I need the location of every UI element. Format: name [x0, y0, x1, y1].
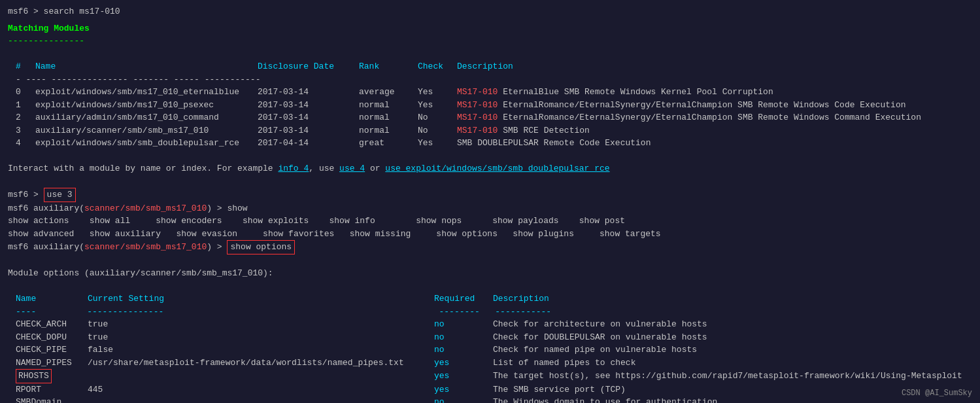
search-command-line: msf6 > search ms17-010 [8, 5, 972, 18]
terminal: msf6 > search ms17-010 Matching Modules … [8, 5, 972, 403]
table-row: 3auxiliary/scanner/smb/smb_ms17_0102017-… [8, 124, 972, 137]
option-row-check-arch: CHECK_ARCHtruenoCheck for architecture o… [8, 318, 972, 331]
table-row: 2auxiliary/admin/smb/ms17_010_command201… [8, 111, 972, 124]
use3-line: msf6 > use 3 [8, 188, 972, 202]
prompt-msf: msf6 > search ms17-010 [8, 7, 120, 16]
section-title: Matching Modules [8, 24, 90, 33]
options-table-underline: ---- --------------- -------- ----------… [8, 306, 972, 319]
option-row-rport: RPORT445yesThe SMB service port (TCP) [8, 383, 972, 396]
watermark: CSDN @AI_SumSky [902, 387, 972, 399]
option-row-smbdomain: SMBDomain.noThe Windows domain to use fo… [8, 396, 972, 403]
col-rank-header: Rank [359, 60, 418, 73]
show-commands-1: show actions show all show encoders show… [8, 215, 972, 228]
col-desc-header: Description [457, 61, 513, 71]
show-options-line: msf6 auxiliary(scanner/smb/smb_ms17_010)… [8, 240, 972, 254]
table-row: 0exploit/windows/smb/ms17_010_eternalblu… [8, 86, 972, 99]
options-table-header: NameCurrent SettingRequiredDescription [8, 292, 972, 306]
table-row: 4exploit/windows/smb/smb_doublepulsar_rc… [8, 137, 972, 150]
section-underline: --------------- [8, 35, 972, 48]
show-options-box: show options [227, 240, 295, 254]
aux-show-line: msf6 auxiliary(scanner/smb/smb_ms17_010)… [8, 202, 972, 215]
col-disclosure-header: Disclosure Date [258, 60, 359, 73]
show-commands-2: show advanced show auxiliary show evasio… [8, 228, 972, 241]
col-check-header: Check [418, 60, 457, 73]
option-row-named-pipes: NAMED_PIPES/usr/share/metasploit-framewo… [8, 357, 972, 370]
table-header-underline: - ---- --------------- ------- ----- ---… [8, 73, 972, 86]
table-row: 1exploit/windows/smb/ms17_010_psexec2017… [8, 99, 972, 112]
option-row-rhosts: RHOSTS yesThe target host(s), see https:… [8, 369, 972, 383]
interact-info-line: Interact with a module by name or index.… [8, 162, 972, 175]
rhosts-box: RHOSTS [16, 369, 52, 383]
col-num-header: # [16, 60, 35, 73]
col-name-header: Name [35, 60, 258, 73]
option-row-check-dopu: CHECK_DOPUtruenoCheck for DOUBLEPULSAR o… [8, 331, 972, 344]
use3-box: use 3 [44, 188, 76, 202]
option-row-check-pipe: CHECK_PIPEfalsenoCheck for named pipe on… [8, 343, 972, 357]
module-options-header: Module options (auxiliary/scanner/smb/sm… [8, 267, 972, 280]
table-header-row: #NameDisclosure DateRankCheckDescription [8, 60, 972, 73]
